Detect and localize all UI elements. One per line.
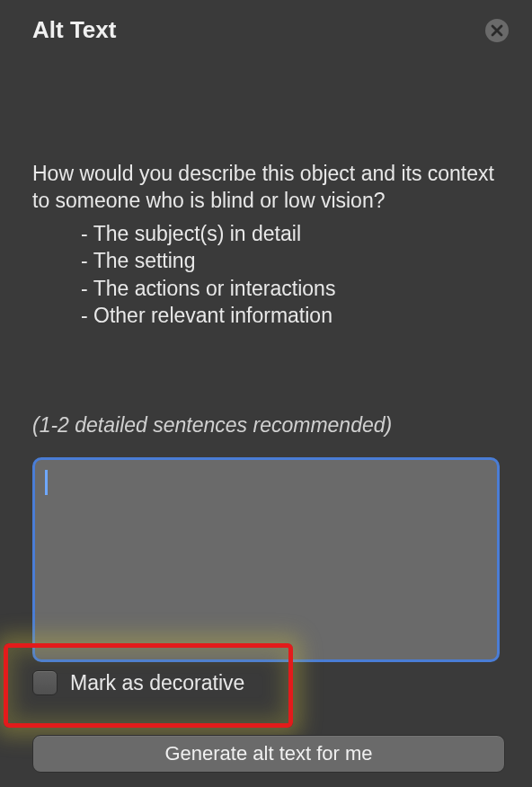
generate-button-label: Generate alt text for me	[164, 742, 372, 765]
dialog-title: Alt Text	[32, 16, 116, 44]
decorative-label: Mark as decorative	[70, 671, 244, 695]
bullet-item: - Other relevant information	[81, 302, 500, 329]
decorative-checkbox[interactable]	[32, 670, 58, 695]
recommendation-text: (1-2 detailed sentences recommended)	[32, 413, 500, 438]
prompt-text: How would you describe this object and i…	[32, 161, 500, 215]
bullet-item: - The actions or interactions	[81, 275, 500, 302]
bullet-list: - The subject(s) in detail - The setting…	[32, 220, 500, 329]
close-icon	[491, 24, 503, 37]
alt-text-input[interactable]	[32, 457, 500, 662]
bullet-item: - The subject(s) in detail	[81, 220, 500, 247]
bullet-item: - The setting	[81, 247, 500, 274]
generate-button[interactable]: Generate alt text for me	[32, 735, 505, 773]
close-button[interactable]	[485, 19, 509, 42]
